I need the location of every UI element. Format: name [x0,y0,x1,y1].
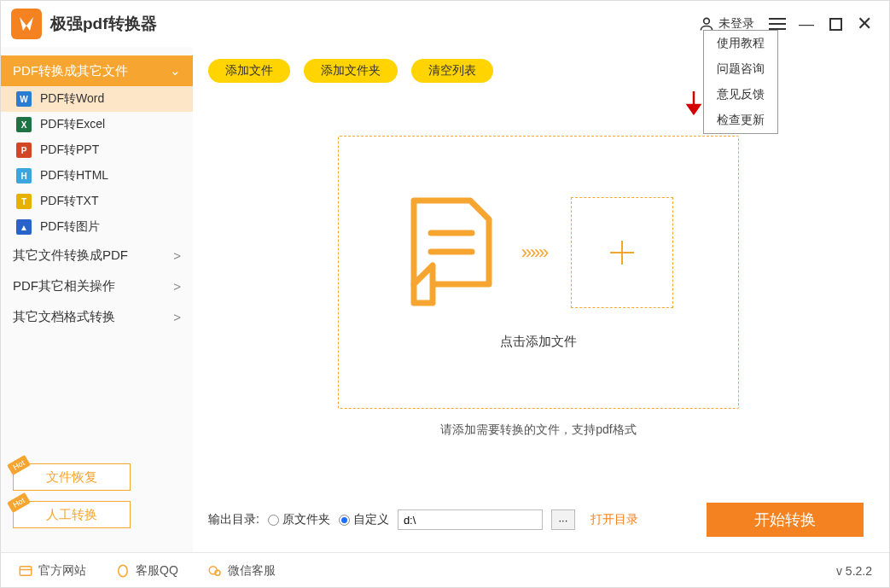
main-menu-dropdown: 使用教程 问题咨询 意见反馈 检查更新 [703,30,778,134]
svg-point-8 [119,565,128,577]
sidebar: PDF转换成其它文件 ⌄ W PDF转Word X PDF转Excel P PD… [1,47,193,552]
menu-item-feedback[interactable]: 意见反馈 [704,82,777,108]
start-convert-button[interactable]: 开始转换 [707,503,864,537]
file-recover-button[interactable]: Hot 文件恢复 [13,463,131,491]
html-icon: H [16,168,32,183]
sidebar-cat-pdf-to-other[interactable]: PDF转换成其它文件 ⌄ [1,55,193,86]
hot-badge: Hot [7,492,31,513]
chevron-right-icon: > [173,248,181,263]
chevron-right-icon: > [173,279,181,294]
sidebar-cat-label: 其它文件转换成PDF [13,247,128,264]
promo-label: 文件恢复 [46,469,97,486]
svg-rect-6 [20,566,32,575]
version-label: v 5.2.2 [836,564,872,578]
sidebar-item-label: PDF转图片 [40,219,100,235]
excel-icon: X [16,117,32,132]
word-icon: W [16,91,32,107]
sidebar-item-label: PDF转PPT [40,143,99,158]
sidebar-cat-pdf-ops[interactable]: PDF其它相关操作 > [1,271,193,301]
sidebar-item-pdf-to-image[interactable]: ▲ PDF转图片 [1,214,193,240]
radio-custom-folder[interactable]: 自定义 [339,512,389,527]
minimize-button[interactable]: — [792,9,821,38]
menu-item-faq[interactable]: 问题咨询 [704,56,777,82]
menu-item-tutorial[interactable]: 使用教程 [704,31,777,56]
qq-icon [115,563,131,579]
dropzone-hint: 请添加需要转换的文件，支持pdf格式 [440,422,636,438]
footer: 官方网站 客服QQ 微信客服 v 5.2.2 [1,552,889,588]
promo-label: 人工转换 [46,507,97,523]
official-site-link[interactable]: 官方网站 [18,563,86,579]
browse-button[interactable]: ··· [551,509,575,530]
add-folder-button[interactable]: 添加文件夹 [304,59,398,83]
chevron-down-icon: ⌄ [170,63,181,79]
sidebar-cat-label: PDF转换成其它文件 [13,63,128,79]
menu-item-update[interactable]: 检查更新 [704,108,777,133]
plus-icon [607,237,637,268]
main-panel: 添加文件 添加文件夹 清空列表 »»» [193,47,889,552]
sidebar-item-label: PDF转Word [40,91,104,107]
dropzone-text: 点击添加文件 [500,334,577,350]
sidebar-item-pdf-to-word[interactable]: W PDF转Word [1,86,193,112]
app-logo [11,9,42,39]
add-file-button[interactable]: 添加文件 [208,59,290,83]
sidebar-item-pdf-to-ppt[interactable]: P PDF转PPT [1,137,193,163]
hamburger-icon [769,18,786,30]
manual-convert-button[interactable]: Hot 人工转换 [13,501,131,528]
radio-label: 自定义 [353,512,389,527]
radio-label: 原文件夹 [282,512,330,527]
maximize-icon [829,18,842,31]
open-dir-link[interactable]: 打开目录 [590,512,638,527]
globe-icon [18,563,33,579]
txt-icon: T [16,194,32,209]
maximize-button[interactable] [821,9,850,38]
close-button[interactable]: ✕ [850,9,879,38]
clear-list-button[interactable]: 清空列表 [411,59,493,83]
hint-arrow-icon [684,90,703,119]
hot-badge: Hot [7,455,31,475]
document-icon [404,195,497,310]
output-row: 输出目录: 原文件夹 自定义 ··· 打开目录 开始转换 [208,491,869,552]
radio-source-folder[interactable]: 原文件夹 [268,512,330,527]
output-label: 输出目录: [208,512,259,527]
ppt-icon: P [16,143,32,158]
arrows-icon: »»» [521,242,548,264]
footer-label: 客服QQ [136,563,178,579]
wechat-support-link[interactable]: 微信客服 [207,563,276,579]
svg-point-0 [704,18,710,24]
sidebar-item-label: PDF转TXT [40,194,98,209]
wechat-icon [207,563,223,579]
sidebar-cat-label: 其它文档格式转换 [13,309,115,325]
sidebar-item-pdf-to-excel[interactable]: X PDF转Excel [1,112,193,137]
sidebar-cat-other-to-pdf[interactable]: 其它文件转换成PDF > [1,240,193,271]
qq-support-link[interactable]: 客服QQ [115,563,178,579]
footer-label: 微信客服 [228,563,276,579]
plus-box [571,197,673,308]
chevron-right-icon: > [173,310,181,324]
radio-icon [268,515,279,526]
sidebar-cat-other-formats[interactable]: 其它文档格式转换 > [1,301,193,332]
footer-label: 官方网站 [38,563,86,579]
sidebar-item-pdf-to-html[interactable]: H PDF转HTML [1,163,193,189]
app-title: 极强pdf转换器 [50,13,157,35]
sidebar-item-pdf-to-txt[interactable]: T PDF转TXT [1,189,193,214]
sidebar-item-label: PDF转HTML [40,168,108,183]
output-path-input[interactable] [398,509,543,530]
radio-icon [339,515,350,526]
sidebar-item-label: PDF转Excel [40,117,105,132]
sidebar-cat-label: PDF其它相关操作 [13,278,115,294]
svg-rect-1 [830,19,841,30]
image-icon: ▲ [16,219,32,235]
dropzone[interactable]: »»» 点击添加文件 [338,136,739,409]
